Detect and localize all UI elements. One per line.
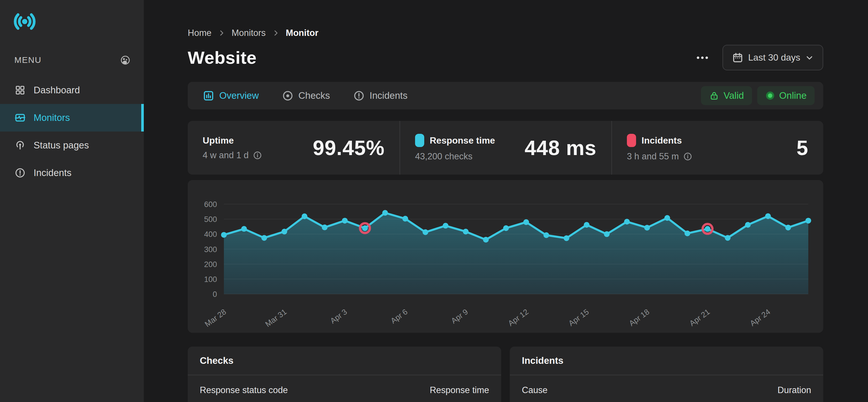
sidebar-item-label: Dashboard bbox=[34, 85, 80, 96]
incidents-swatch bbox=[627, 134, 636, 147]
svg-text:100: 100 bbox=[204, 275, 217, 284]
column-response-time: Response time bbox=[430, 385, 489, 395]
info-icon[interactable] bbox=[683, 152, 693, 161]
svg-text:200: 200 bbox=[204, 260, 217, 269]
svg-text:Mar 31: Mar 31 bbox=[264, 308, 288, 329]
info-icon[interactable] bbox=[253, 151, 262, 160]
stat-value: 448 ms bbox=[525, 136, 596, 160]
sidebar-item-label: Incidents bbox=[34, 167, 71, 178]
stat-subtitle: 3 h and 55 m bbox=[627, 151, 679, 162]
stat-subtitle: 4 w and 1 d bbox=[203, 150, 249, 160]
stat-response-time: Response time 43,200 checks 448 ms bbox=[400, 121, 611, 175]
svg-text:Apr 15: Apr 15 bbox=[567, 308, 590, 328]
tab-label: Overview bbox=[219, 90, 259, 101]
page-title: Website bbox=[188, 48, 257, 68]
stat-subtitle: 43,200 checks bbox=[415, 151, 472, 162]
svg-text:Mar 28: Mar 28 bbox=[203, 308, 228, 329]
more-button[interactable] bbox=[695, 50, 710, 65]
svg-text:Apr 3: Apr 3 bbox=[329, 308, 349, 325]
calendar-icon bbox=[732, 52, 744, 64]
circle-dot-icon bbox=[282, 90, 293, 102]
breadcrumb-monitor: Monitor bbox=[286, 28, 319, 38]
svg-text:300: 300 bbox=[204, 245, 217, 254]
sidebar-item-monitors[interactable]: Monitors bbox=[0, 104, 144, 131]
broadcast-icon bbox=[14, 140, 26, 151]
svg-text:Apr 12: Apr 12 bbox=[507, 308, 530, 328]
column-response-status-code: Response status code bbox=[200, 385, 288, 395]
menu-heading: MENU bbox=[14, 55, 41, 65]
chevron-right-icon bbox=[218, 29, 225, 37]
sidebar-item-label: Monitors bbox=[34, 112, 70, 123]
svg-text:Apr 6: Apr 6 bbox=[389, 308, 409, 325]
stat-title: Incidents bbox=[642, 135, 682, 146]
online-dot-icon bbox=[765, 91, 775, 100]
column-cause: Cause bbox=[522, 385, 548, 395]
monitor-pulse-icon bbox=[14, 112, 26, 123]
date-range-label: Last 30 days bbox=[748, 52, 800, 63]
tab-bar: Overview Checks Incidents bbox=[188, 82, 823, 110]
sidebar-item-status-pages[interactable]: Status pages bbox=[0, 131, 144, 159]
svg-text:Apr 24: Apr 24 bbox=[748, 308, 772, 328]
tab-overview[interactable]: Overview bbox=[203, 90, 259, 102]
svg-text:400: 400 bbox=[204, 230, 217, 239]
response-time-chart: 0100200300400500600Mar 28Mar 31Apr 3Apr … bbox=[188, 180, 823, 333]
badge-label: Online bbox=[779, 90, 807, 101]
alert-circle-icon bbox=[14, 167, 26, 179]
chart-card: 0100200300400500600Mar 28Mar 31Apr 3Apr … bbox=[188, 180, 823, 333]
ssl-valid-badge: Valid bbox=[701, 86, 752, 105]
main-content: Home Monitors Monitor Website Last 30 da… bbox=[144, 0, 868, 402]
sidebar-item-dashboard[interactable]: Dashboard bbox=[0, 76, 144, 104]
svg-text:600: 600 bbox=[204, 200, 217, 209]
stat-value: 5 bbox=[797, 136, 808, 160]
breadcrumb-home[interactable]: Home bbox=[188, 28, 212, 38]
stat-uptime: Uptime 4 w and 1 d 99.45% bbox=[188, 121, 400, 175]
svg-text:Apr 9: Apr 9 bbox=[450, 308, 470, 325]
stat-incidents: Incidents 3 h and 55 m 5 bbox=[611, 121, 823, 175]
sidebar-nav: Dashboard Monitors Status pages Incide bbox=[0, 76, 144, 187]
svg-text:0: 0 bbox=[213, 290, 217, 299]
tab-label: Incidents bbox=[370, 90, 408, 101]
response-time-swatch bbox=[415, 134, 424, 147]
checks-table-title: Checks bbox=[188, 347, 501, 375]
sidebar-item-incidents[interactable]: Incidents bbox=[0, 159, 144, 187]
incidents-table-card: Incidents Cause Duration bbox=[510, 347, 823, 402]
app-logo-icon[interactable] bbox=[12, 9, 37, 34]
stat-value: 99.45% bbox=[313, 136, 384, 160]
tab-label: Checks bbox=[299, 90, 330, 101]
tab-checks[interactable]: Checks bbox=[282, 90, 330, 102]
stat-title: Uptime bbox=[203, 135, 234, 146]
bar-chart-square-icon bbox=[203, 90, 214, 102]
column-duration: Duration bbox=[778, 385, 811, 395]
breadcrumb: Home Monitors Monitor bbox=[188, 28, 823, 38]
online-status-badge: Online bbox=[757, 86, 815, 105]
ellipsis-icon bbox=[695, 50, 710, 65]
lock-icon bbox=[709, 90, 719, 101]
date-range-button[interactable]: Last 30 days bbox=[722, 45, 823, 70]
grid-icon bbox=[14, 85, 26, 96]
incidents-table-title: Incidents bbox=[510, 347, 823, 375]
checks-table-card: Checks Response status code Response tim… bbox=[188, 347, 501, 402]
stats-card: Uptime 4 w and 1 d 99.45% Response time bbox=[188, 121, 823, 175]
chevron-right-icon bbox=[272, 29, 280, 37]
tab-incidents[interactable]: Incidents bbox=[353, 90, 408, 102]
stat-title: Response time bbox=[430, 135, 495, 146]
svg-text:Apr 21: Apr 21 bbox=[688, 308, 711, 328]
sidebar: MENU Dashboard bbox=[0, 0, 144, 402]
breadcrumb-monitors[interactable]: Monitors bbox=[231, 28, 266, 38]
account-face-icon[interactable] bbox=[120, 55, 131, 65]
svg-text:Apr 18: Apr 18 bbox=[627, 308, 651, 328]
sidebar-item-label: Status pages bbox=[34, 140, 89, 151]
chevron-down-icon bbox=[805, 53, 814, 62]
alert-circle-icon bbox=[353, 90, 365, 102]
svg-text:500: 500 bbox=[204, 215, 217, 224]
badge-label: Valid bbox=[724, 90, 744, 101]
